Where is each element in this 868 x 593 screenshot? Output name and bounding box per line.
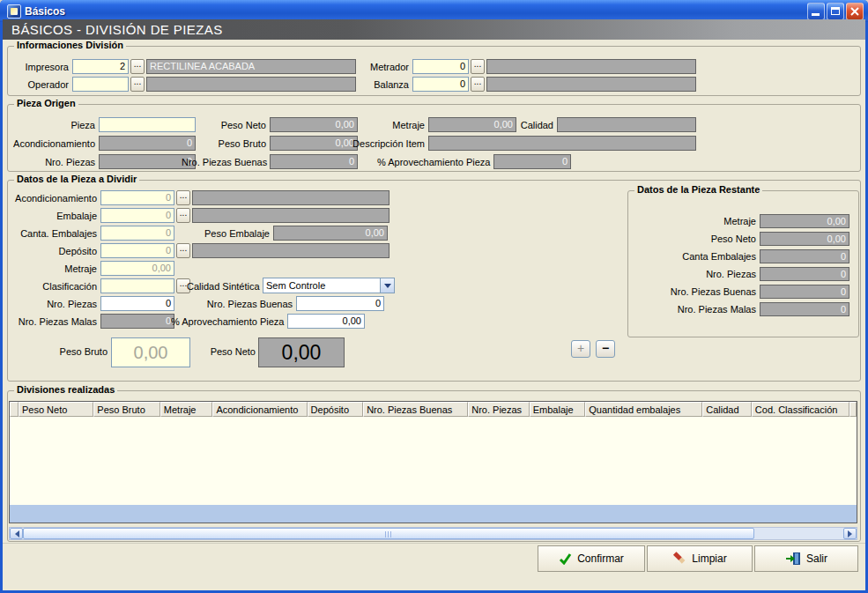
origen-nro-piezas-label: Nro. Piezas [11, 157, 95, 167]
balanza-input[interactable]: 0 [412, 77, 469, 92]
restante-canta-embalajes-label: Canta Embalajes [636, 251, 756, 262]
scroll-left-button[interactable] [10, 528, 23, 539]
pieza-label: Pieza [18, 120, 95, 130]
clasificacion-input[interactable] [100, 278, 174, 293]
maximize-button[interactable] [827, 3, 844, 20]
restante-metraje-field: 0,00 [760, 214, 849, 228]
restante-nro-piezas-label: Nro. Piezas [636, 269, 756, 279]
salir-button[interactable]: Salir [754, 545, 858, 572]
deposito-label: Depósito [9, 246, 97, 256]
origen-peso-bruto-label: Peso Bruto [210, 138, 266, 149]
add-button[interactable]: + [571, 340, 590, 358]
deposito-lookup-button[interactable]: ... [176, 243, 190, 258]
nro-piezas-malas-field: 0 [100, 314, 174, 329]
peso-neto-display: 0,00 [258, 337, 345, 367]
pieza-dividir-title: Datos de la Pieza a Dividir [14, 174, 139, 184]
close-icon [849, 6, 860, 17]
operador-label: Operador [11, 79, 69, 90]
operador-input[interactable] [72, 77, 129, 92]
dividir-acondicionamiento-desc-field [192, 190, 389, 205]
grid-column-header-3[interactable]: Metraje [160, 402, 213, 417]
dividir-nro-piezas-buenas-label: Nro. Piezas Buenas [201, 299, 293, 309]
application-window: Básicos BÁSICOS - DIVISIÓN DE PIEZAS Inf… [0, 0, 868, 593]
balanza-desc-field [486, 77, 696, 92]
restante-metraje-label: Metraje [636, 216, 756, 226]
dividir-nro-piezas-label: Nro. Piezas [9, 299, 97, 309]
deposito-desc-field [192, 243, 389, 258]
limpiar-button[interactable]: Limpiar [647, 545, 753, 572]
minimize-button[interactable] [807, 3, 825, 20]
grid-column-header-4[interactable]: Acondicionamiento [212, 402, 307, 417]
confirmar-label: Confirmar [577, 552, 624, 565]
operador-desc-field [146, 77, 356, 92]
grid-body[interactable] [10, 417, 857, 505]
close-button[interactable] [846, 3, 864, 20]
grid-corner-icon [10, 402, 19, 417]
dividir-aprovechamiento-input[interactable]: 0,00 [287, 314, 365, 329]
grid-column-header-6[interactable]: Nro. Piezas Buenas [363, 402, 468, 417]
dividir-nro-piezas-input[interactable]: 0 [100, 296, 174, 311]
grid-column-header-10[interactable]: Calidad [702, 402, 752, 417]
restante-canta-embalajes-field: 0 [760, 249, 849, 263]
check-icon [559, 552, 572, 565]
restante-nro-piezas-buenas-field: 0 [760, 285, 849, 299]
grid-selected-row[interactable] [10, 505, 857, 523]
canta-embalajes-label: Canta. Embalajes [9, 228, 97, 239]
confirmar-button[interactable]: Confirmar [538, 545, 645, 572]
scroll-right-icon [848, 530, 856, 537]
grid-column-header-9[interactable]: Quantidad embalajes [585, 402, 702, 417]
peso-embalaje-label: Peso Embalaje [182, 228, 270, 239]
restante-peso-neto-field: 0,00 [760, 232, 849, 246]
dividir-acondicionamiento-input[interactable]: 0 [100, 190, 174, 205]
embalaje-input[interactable]: 0 [100, 208, 174, 223]
salir-label: Salir [806, 552, 827, 565]
metrador-input[interactable]: 0 [412, 59, 469, 74]
grid-column-header-11[interactable]: Cod. Classificación [752, 402, 849, 417]
grid-column-header-partial [849, 402, 857, 417]
grid-column-header-1[interactable]: Peso Neto [19, 402, 93, 417]
scroll-right-button[interactable] [843, 528, 857, 539]
impresora-input[interactable]: 2 [72, 59, 129, 74]
dividir-metraje-input[interactable]: 0,00 [100, 261, 174, 276]
pieza-input[interactable] [99, 117, 196, 132]
origen-acondicionamiento-field: 0 [99, 136, 196, 151]
maximize-icon [831, 7, 840, 15]
operador-lookup-button[interactable]: ... [130, 77, 145, 92]
peso-embalaje-field: 0,00 [273, 226, 388, 241]
dividir-acondicionamiento-label: Acondicionamiento [9, 193, 97, 204]
exit-door-icon [785, 552, 801, 566]
dividir-nro-piezas-buenas-input[interactable]: 0 [296, 296, 384, 311]
remove-button[interactable]: − [596, 340, 615, 358]
canta-embalajes-input[interactable]: 0 [100, 226, 174, 241]
origen-aprovechamiento-label: % Aprovechamiento Pieza [377, 157, 490, 167]
dividir-acondicionamiento-lookup-button[interactable]: ... [176, 190, 190, 205]
grid-column-header-2[interactable]: Peso Bruto [93, 402, 160, 417]
peso-bruto-display[interactable]: 0,00 [111, 337, 190, 367]
metrador-lookup-button[interactable]: ... [471, 59, 485, 74]
calidad-sintetica-combo[interactable]: Sem Controle [263, 278, 395, 293]
grid-column-header-5[interactable]: Depósito [308, 402, 364, 417]
balanza-lookup-button[interactable]: ... [471, 77, 485, 92]
page-header: BÁSICOS - DIVISIÓN DE PIEZAS [3, 19, 865, 40]
divisiones-grid[interactable]: Peso NetoPeso BrutoMetrajeAcondicionamie… [9, 401, 857, 523]
embalaje-desc-field [192, 208, 389, 223]
dividir-aprovechamiento-label: % Aprovechamiento Pieza [171, 316, 284, 327]
horizontal-scrollbar[interactable] [9, 527, 857, 540]
origen-acondicionamiento-label: Acondicionamiento [11, 138, 95, 149]
scroll-thumb[interactable] [23, 528, 754, 539]
impresora-lookup-button[interactable]: ... [130, 59, 145, 74]
grid-header: Peso NetoPeso BrutoMetrajeAcondicionamie… [10, 402, 857, 417]
restante-nro-piezas-malas-field: 0 [760, 302, 849, 316]
grid-column-header-8[interactable]: Embalaje [530, 402, 586, 417]
origen-metraje-label: Metraje [370, 120, 425, 130]
origen-peso-neto-field: 0,00 [270, 117, 358, 132]
combo-dropdown-button[interactable] [380, 278, 394, 293]
embalaje-label: Embalaje [9, 211, 97, 221]
deposito-input[interactable]: 0 [100, 243, 174, 258]
grid-column-header-7[interactable]: Nro. Piezas [468, 402, 530, 417]
embalaje-lookup-button[interactable]: ... [176, 208, 190, 223]
metrador-label: Metrador [360, 62, 409, 72]
dividir-metraje-label: Metraje [9, 263, 97, 274]
chevron-down-icon [384, 284, 391, 292]
pieza-restante-title: Datos de la Pieza Restante [634, 184, 762, 195]
